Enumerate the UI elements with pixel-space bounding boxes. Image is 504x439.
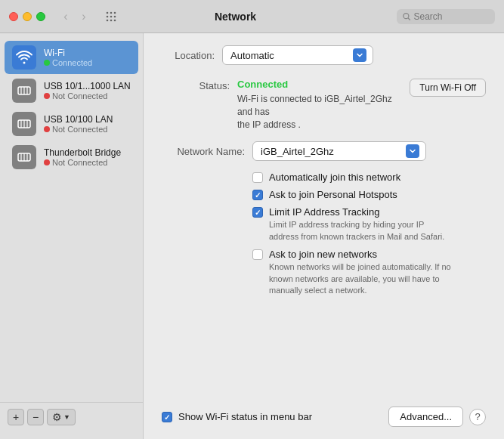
auto-join-checkbox[interactable] <box>252 172 263 183</box>
sidebar-item-wifi[interactable]: Wi-Fi Connected <box>5 41 138 74</box>
network-name-value: iGB_Airtel_2Ghz <box>261 146 406 157</box>
chevron-down-icon: ▼ <box>63 413 70 421</box>
advanced-button[interactable]: Advanced... <box>388 407 463 427</box>
search-input[interactable] <box>413 11 489 22</box>
usb2-network-icon <box>12 112 36 136</box>
location-row: Location: Automatic <box>162 45 486 65</box>
back-button[interactable]: ‹ <box>57 8 74 25</box>
search-icon <box>403 12 410 21</box>
limit-ip-desc: Limit IP address tracking by hiding your… <box>269 219 444 243</box>
bottom-actions: Advanced... ? <box>388 407 486 427</box>
usb2-status-dot <box>44 126 50 132</box>
action-menu-button[interactable]: ⚙ ▼ <box>47 409 76 425</box>
bottom-bar: Show Wi-Fi status in menu bar Advanced..… <box>162 407 486 427</box>
network-name-row: Network Name: iGB_Airtel_2Ghz <box>162 141 486 161</box>
checkbox-personal-hotspot: Ask to join Personal Hotspots <box>252 189 486 200</box>
personal-hotspot-checkbox[interactable] <box>252 190 263 200</box>
usb2-item-status: Not Connected <box>44 125 113 134</box>
usb1-network-icon <box>12 79 36 103</box>
search-bar[interactable] <box>397 9 495 24</box>
location-label: Location: <box>162 50 215 61</box>
main-content: Wi-Fi Connected USB 10/1...1000 LAN <box>0 33 504 439</box>
traffic-lights <box>9 12 45 21</box>
title-bar: ‹ › Network <box>0 0 504 33</box>
window-title: Network <box>80 11 391 23</box>
show-wifi-label: Show Wi-Fi status in menu bar <box>178 411 312 422</box>
show-wifi-checkbox[interactable] <box>162 412 172 422</box>
usb1-status-dot <box>44 93 50 99</box>
status-value: Connected <box>237 79 402 90</box>
location-select[interactable]: Automatic <box>222 45 373 65</box>
sidebar-item-usb2[interactable]: USB 10/100 LAN Not Connected <box>5 107 138 141</box>
content-panel: Location: Automatic Status: Connected Wi… <box>144 33 504 439</box>
sidebar-controls: + − ⚙ ▼ <box>0 402 143 431</box>
ask-new-checkbox[interactable] <box>252 249 263 260</box>
wifi-item-status: Connected <box>44 58 92 67</box>
svg-line-10 <box>408 18 410 20</box>
svg-point-9 <box>404 13 409 18</box>
personal-hotspot-text: Ask to join Personal Hotspots <box>269 189 397 200</box>
usb1-item-info: USB 10/1...1000 LAN Not Connected <box>44 81 131 100</box>
remove-network-button[interactable]: − <box>27 409 44 425</box>
add-network-button[interactable]: + <box>8 409 24 425</box>
gear-icon: ⚙ <box>52 411 62 423</box>
thunderbolt-status-dot <box>44 159 50 165</box>
usb2-item-info: USB 10/100 LAN Not Connected <box>44 114 113 134</box>
thunderbolt-item-status: Not Connected <box>44 158 121 167</box>
close-button[interactable] <box>9 12 18 21</box>
ask-new-text: Ask to join new networks Known networks … <box>269 249 451 296</box>
location-select-arrow <box>353 48 366 62</box>
network-name-select[interactable]: iGB_Airtel_2Ghz <box>252 141 426 161</box>
status-description: Wi-Fi is connected to iGB_Airtel_2Ghz an… <box>237 93 402 131</box>
limit-ip-text: Limit IP Address Tracking Limit IP addre… <box>269 206 444 243</box>
checkbox-ask-new: Ask to join new networks Known networks … <box>252 249 486 296</box>
thunderbolt-item-name: Thunderbolt Bridge <box>44 147 121 158</box>
wifi-status-dot <box>44 60 50 66</box>
sidebar-item-thunderbolt[interactable]: Thunderbolt Bridge Not Connected <box>5 141 138 174</box>
status-label: Status: <box>162 79 230 91</box>
minimize-button[interactable] <box>23 12 32 21</box>
ask-new-label: Ask to join new networks <box>269 249 451 260</box>
usb1-item-name: USB 10/1...1000 LAN <box>44 81 131 91</box>
limit-ip-checkbox[interactable] <box>252 207 263 218</box>
maximize-button[interactable] <box>36 12 45 21</box>
personal-hotspot-label: Ask to join Personal Hotspots <box>269 189 397 200</box>
ask-new-desc: Known networks will be joined automatica… <box>269 261 451 296</box>
sidebar: Wi-Fi Connected USB 10/1...1000 LAN <box>0 33 144 439</box>
wifi-network-icon <box>12 45 36 70</box>
network-name-label: Network Name: <box>162 146 245 157</box>
status-info: Connected Wi-Fi is connected to iGB_Airt… <box>237 79 402 131</box>
thunderbolt-network-icon <box>12 145 36 169</box>
show-wifi-row: Show Wi-Fi status in menu bar <box>162 411 312 422</box>
usb2-item-name: USB 10/100 LAN <box>44 114 113 125</box>
auto-join-text: Automatically join this network <box>269 172 400 183</box>
help-button[interactable]: ? <box>469 409 486 425</box>
checkbox-auto-join: Automatically join this network <box>252 172 486 183</box>
auto-join-label: Automatically join this network <box>269 172 400 183</box>
thunderbolt-item-info: Thunderbolt Bridge Not Connected <box>44 147 121 167</box>
sidebar-item-usb1[interactable]: USB 10/1...1000 LAN Not Connected <box>5 74 138 107</box>
network-name-select-arrow <box>406 144 419 158</box>
turn-wifi-off-button[interactable]: Turn Wi-Fi Off <box>410 79 486 97</box>
limit-ip-label: Limit IP Address Tracking <box>269 206 444 218</box>
checkbox-limit-ip: Limit IP Address Tracking Limit IP addre… <box>252 206 486 243</box>
checkbox-group: Automatically join this network Ask to j… <box>252 172 486 296</box>
location-value: Automatic <box>230 50 353 61</box>
status-row: Status: Connected Wi-Fi is connected to … <box>162 79 486 131</box>
wifi-item-info: Wi-Fi Connected <box>44 48 92 67</box>
wifi-item-name: Wi-Fi <box>44 48 92 58</box>
usb1-item-status: Not Connected <box>44 91 131 100</box>
